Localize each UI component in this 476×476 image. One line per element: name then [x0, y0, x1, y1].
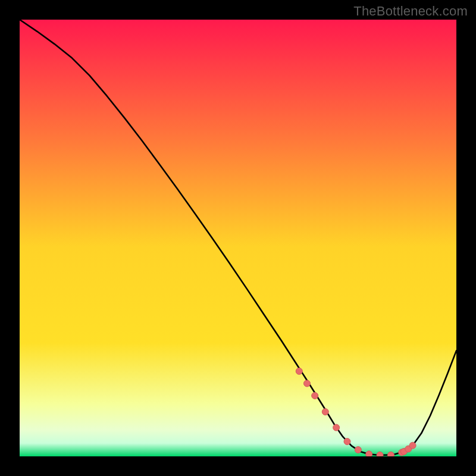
curve-marker [312, 392, 318, 399]
curve-marker [333, 424, 340, 431]
plot-area [20, 20, 456, 456]
curve-marker [366, 451, 372, 456]
chart-svg [20, 20, 456, 456]
curve-marker [387, 452, 394, 456]
curve-marker [377, 452, 383, 456]
curve-marker [303, 380, 310, 387]
chart-frame: TheBottleneck.com [0, 0, 476, 476]
curve-marker [355, 446, 361, 453]
watermark-text: TheBottleneck.com [353, 4, 468, 19]
curve-marker [409, 442, 416, 449]
curve-marker [344, 439, 350, 445]
gradient-background [20, 20, 456, 456]
curve-marker [296, 368, 302, 374]
curve-marker [322, 409, 328, 415]
